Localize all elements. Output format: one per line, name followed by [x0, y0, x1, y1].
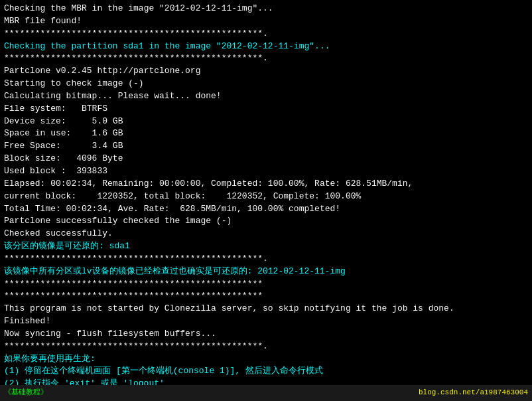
footer-left-text: 《基础教程》 — [4, 388, 48, 398]
terminal-line: Now syncing - flush filesystem buffers..… — [4, 328, 528, 341]
terminal-line: Partclone successfully checked the image… — [4, 215, 528, 228]
terminal-line: ****************************************… — [4, 278, 528, 291]
terminal-line: 该镜像中所有分区或lv设备的镜像已经检查过也确实是可还原的: 2012-02-1… — [4, 266, 528, 278]
terminal-output: Checking the MBR in the image "2012-02-1… — [0, 0, 532, 385]
terminal-line: Partclone v0.2.45 http://partclone.org — [4, 65, 528, 78]
terminal-line: current block: 1220352, total block: 122… — [4, 191, 528, 203]
terminal-line: ****************************************… — [4, 290, 528, 303]
terminal-line: MBR file found! — [4, 15, 528, 28]
terminal-line: (1) 停留在这个终端机画面 [第一个终端机(console 1)], 然后进入… — [4, 365, 528, 378]
terminal-line: Used block : 393833 — [4, 165, 528, 178]
terminal-line: Total Time: 00:02:34, Ave. Rate: 628.5MB… — [4, 203, 528, 216]
terminal-line: Space in use: 1.6 GB — [4, 127, 528, 140]
terminal-line: Free Space: 3.4 GB — [4, 140, 528, 153]
terminal-line: Elapsed: 00:02:34, Remaining: 00:00:00, … — [4, 178, 528, 191]
footer-right-text: blog.csdn.net/a1987463004 — [419, 388, 528, 398]
terminal-line: Finished! — [4, 315, 528, 328]
terminal-line: Block size: 4096 Byte — [4, 153, 528, 165]
terminal-line: ****************************************… — [4, 52, 528, 65]
terminal-line: File system: BTRFS — [4, 103, 528, 116]
terminal-line: (2) 执行指令 'exit' 或是 'logout' — [4, 378, 528, 385]
terminal-line: 如果你要再使用再生龙: — [4, 353, 528, 366]
terminal-line: ****************************************… — [4, 28, 528, 40]
terminal-line: This program is not started by Clonezill… — [4, 303, 528, 315]
terminal-line: Calculating bitmap... Please wait... don… — [4, 90, 528, 103]
terminal-line: Checked successfully. — [4, 228, 528, 240]
terminal-line: ****************************************… — [4, 341, 528, 353]
terminal-line: Checking the MBR in the image "2012-02-1… — [4, 3, 528, 15]
terminal-line: Checking the partition sda1 in the image… — [4, 40, 528, 53]
footer-bar: 《基础教程》 blog.csdn.net/a1987463004 — [0, 385, 532, 401]
terminal-line: 该分区的镜像是可还原的: sda1 — [4, 240, 528, 253]
terminal-line: Starting to check image (-) — [4, 78, 528, 90]
terminal-line: ****************************************… — [4, 253, 528, 266]
terminal-line: Device size: 5.0 GB — [4, 116, 528, 128]
